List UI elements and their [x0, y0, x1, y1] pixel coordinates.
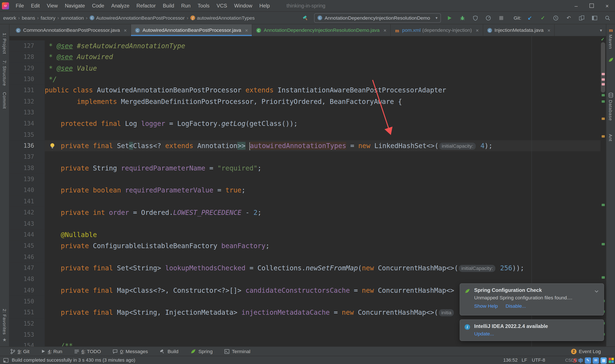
- menu-help[interactable]: Help: [256, 0, 273, 12]
- rollback-button[interactable]: ↶: [564, 13, 573, 22]
- close-button[interactable]: ×: [606, 2, 609, 9]
- tool-button-0-messages[interactable]: 0: Messages: [113, 349, 148, 354]
- close-icon[interactable]: ×: [124, 27, 127, 33]
- code-text[interactable]: * @see #setAutowiredAnnotationType: [45, 40, 601, 52]
- tool-button-maven[interactable]: mMaven: [608, 27, 613, 49]
- menu-analyze[interactable]: Analyze: [108, 0, 133, 12]
- encoding-widget[interactable]: UTF-8: [532, 357, 545, 363]
- breadcrumb-item-annotation[interactable]: annotation: [61, 15, 84, 21]
- build-hammer-icon[interactable]: [301, 13, 310, 22]
- line-number[interactable]: 151: [9, 307, 45, 318]
- line-number[interactable]: 142: [9, 207, 45, 218]
- favorites-star-icon[interactable]: ★: [2, 337, 7, 343]
- tool-button-7structure[interactable]: 7: Structure: [2, 60, 7, 86]
- input-language-indicator[interactable]: 中: [578, 357, 583, 364]
- tool-button-leaf[interactable]: [608, 57, 614, 63]
- menu-file[interactable]: File: [12, 0, 27, 12]
- tool-button-9-git[interactable]: 9: Git: [10, 349, 29, 354]
- line-number[interactable]: 145: [9, 240, 45, 251]
- line-number[interactable]: 135: [9, 129, 45, 140]
- editor-tab[interactable]: CAnnotationDependencyInjectionResolution…: [253, 24, 391, 36]
- line-number[interactable]: 130: [9, 74, 45, 85]
- menu-edit[interactable]: Edit: [27, 0, 43, 12]
- caret-position-widget[interactable]: 136:52: [503, 357, 517, 363]
- menu-code[interactable]: Code: [88, 0, 108, 12]
- show-help-link[interactable]: Show Help: [474, 303, 498, 309]
- code-text[interactable]: * @see Autowired: [45, 52, 601, 63]
- tool-button-database[interactable]: Database: [608, 93, 613, 121]
- code-text[interactable]: [45, 174, 601, 185]
- sogou-logo-icon[interactable]: S: [573, 357, 576, 364]
- menu-vcs[interactable]: VCS: [213, 0, 231, 12]
- line-number[interactable]: 139: [9, 174, 45, 185]
- menu-refactor[interactable]: Refactor: [133, 0, 159, 12]
- line-number[interactable]: 149: [9, 285, 45, 296]
- tool-button-build[interactable]: Build: [160, 349, 178, 354]
- code-text[interactable]: private String requiredParameterName = "…: [45, 163, 601, 174]
- search-everywhere-button[interactable]: [603, 13, 612, 22]
- code-text[interactable]: [45, 196, 601, 207]
- line-number[interactable]: 138: [9, 163, 45, 174]
- code-text[interactable]: public class AutowiredAnnotationBeanPost…: [45, 85, 601, 96]
- menu-navigate[interactable]: Navigate: [61, 0, 88, 12]
- line-number[interactable]: 141: [9, 196, 45, 207]
- line-number[interactable]: 146: [9, 251, 45, 262]
- code-text[interactable]: private final Set<String> lookupMethodsC…: [45, 262, 601, 273]
- inspections-ok-icon[interactable]: ✓: [601, 37, 604, 42]
- tool-button-spring[interactable]: Spring: [190, 348, 213, 354]
- input-tool-pencil-icon[interactable]: ✎: [585, 357, 591, 363]
- breadcrumb-item-autowiredannotationbeanpostprocessor[interactable]: CAutowiredAnnotationBeanPostProcessor: [90, 15, 185, 21]
- breadcrumb-item-autowiredannotationtypes[interactable]: fautowiredAnnotationTypes: [190, 15, 255, 21]
- code-text[interactable]: private boolean requiredParameterValue =…: [45, 185, 601, 196]
- code-text[interactable]: private final Set<Class<? extends Annota…: [45, 140, 601, 152]
- code-text[interactable]: [45, 152, 601, 163]
- code-text[interactable]: /**: [45, 340, 601, 347]
- editor-tab[interactable]: CCommonAnnotationBeanPostProcessor.java×: [12, 24, 131, 36]
- tool-button-commit[interactable]: Commit: [2, 92, 7, 109]
- editor-tab[interactable]: CInjectionMetadata.java×: [483, 24, 555, 36]
- run-button[interactable]: [445, 13, 454, 22]
- update-project-button[interactable]: ↙: [525, 13, 534, 22]
- line-number[interactable]: 150: [9, 296, 45, 307]
- maximize-button[interactable]: [589, 4, 594, 8]
- update-link[interactable]: Update...: [474, 331, 494, 337]
- coverage-button[interactable]: [471, 13, 479, 22]
- run-configuration-select[interactable]: C AnnotationDependencyInjectionResolutio…: [314, 13, 441, 23]
- line-number[interactable]: 140: [9, 185, 45, 196]
- line-number[interactable]: 134: [9, 118, 45, 129]
- editor-tab[interactable]: CAutowiredAnnotationBeanPostProcessor.ja…: [131, 24, 253, 36]
- tool-button-4-run[interactable]: 4: Run: [41, 349, 62, 354]
- breadcrumb-item-factory[interactable]: factory: [41, 15, 55, 21]
- line-number[interactable]: 127: [9, 40, 45, 52]
- tool-button-ant[interactable]: Ant: [608, 134, 613, 142]
- close-icon[interactable]: ×: [548, 27, 550, 33]
- debug-button[interactable]: [458, 13, 466, 22]
- input-method-bar[interactable]: S 中 ✎ ✉ ▦: [573, 357, 614, 364]
- editor-tab[interactable]: mpom.xml (dependency-injection)×: [391, 24, 483, 36]
- code-text[interactable]: @Nullable: [45, 229, 601, 240]
- code-text[interactable]: protected final Log logger = LogFactory.…: [45, 118, 601, 129]
- line-number[interactable]: 148: [9, 273, 45, 285]
- code-text[interactable]: private ConfigurableListableBeanFactory …: [45, 240, 601, 251]
- tool-button-terminal[interactable]: Terminal: [225, 349, 251, 354]
- input-tool-mail-icon[interactable]: ✉: [593, 357, 599, 363]
- history-button[interactable]: [551, 13, 560, 22]
- minimize-button[interactable]: –: [575, 2, 578, 9]
- menu-view[interactable]: View: [43, 0, 61, 12]
- line-number[interactable]: 153: [9, 329, 45, 340]
- line-number[interactable]: 128: [9, 52, 45, 63]
- line-number[interactable]: 129: [9, 63, 45, 74]
- intention-bulb-icon[interactable]: [49, 143, 55, 151]
- close-icon[interactable]: ×: [245, 27, 248, 33]
- tool-button-1project[interactable]: 1: Project: [2, 33, 7, 54]
- tool-button-6-todo[interactable]: 6: TODO: [74, 349, 101, 354]
- tool-button-2favorites[interactable]: 2: Favorites: [2, 309, 7, 335]
- profiler-button[interactable]: [484, 13, 493, 22]
- code-text[interactable]: */: [45, 74, 601, 85]
- event-log-button[interactable]: 2 Event Log: [571, 349, 610, 354]
- line-number[interactable]: 133: [9, 107, 45, 118]
- chevron-down-icon[interactable]: [594, 289, 599, 294]
- code-text[interactable]: implements MergedBeanDefinitionPostProce…: [45, 96, 601, 107]
- breadcrumb-item-beans[interactable]: beans: [22, 15, 35, 21]
- line-number[interactable]: 147: [9, 262, 45, 273]
